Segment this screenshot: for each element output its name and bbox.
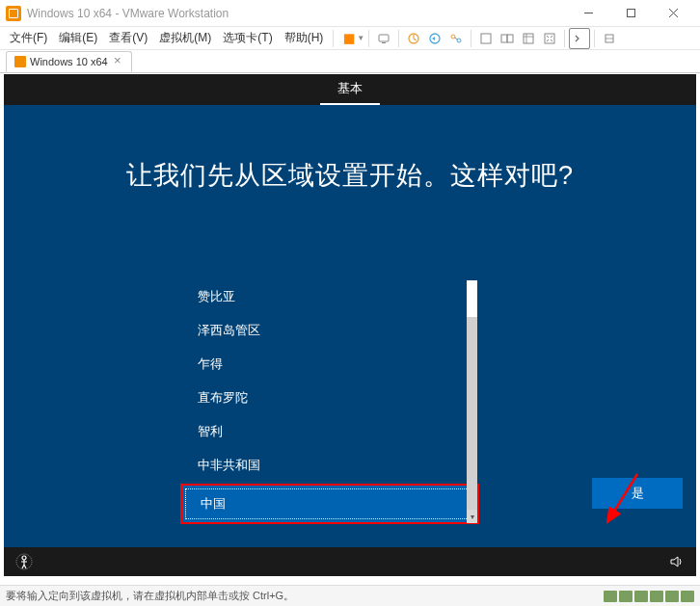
oobe-tab-basic[interactable]: 基本 <box>320 74 380 105</box>
menu-edit[interactable]: 编辑(E) <box>53 28 103 48</box>
svg-point-18 <box>22 556 26 560</box>
console-button[interactable] <box>569 28 590 49</box>
window-title: Windows 10 x64 - VMware Workstation <box>27 7 567 20</box>
ease-of-access-icon[interactable] <box>15 553 33 570</box>
svg-rect-4 <box>379 35 389 41</box>
region-selected[interactable]: 中国 <box>180 484 479 524</box>
manage-snapshots-button[interactable] <box>445 28 467 49</box>
svg-rect-12 <box>501 35 507 42</box>
device-icon[interactable] <box>619 591 633 602</box>
vm-viewport[interactable]: 基本 让我们先从区域设置开始。这样对吧? 赞比亚 泽西岛管区 乍得 直布罗陀 智… <box>4 74 696 576</box>
send-ctrl-alt-del-button[interactable] <box>373 28 394 49</box>
device-icon[interactable] <box>665 591 679 602</box>
statusbar: 要将输入定向到该虚拟机，请在虚拟机内部单击或按 Ctrl+G。 <box>0 585 700 606</box>
fullscreen-button[interactable] <box>539 28 560 49</box>
multi-monitor-button[interactable] <box>497 28 518 49</box>
svg-rect-1 <box>627 10 634 17</box>
svg-rect-5 <box>382 42 386 43</box>
oobe-header: 基本 <box>4 74 696 105</box>
menu-file[interactable]: 文件(F) <box>4 28 53 48</box>
svg-rect-11 <box>481 34 491 43</box>
stretch-button[interactable] <box>599 28 620 49</box>
status-device-icons <box>604 591 694 602</box>
region-item[interactable]: 直布罗陀 <box>180 381 479 414</box>
device-icon[interactable] <box>650 591 663 602</box>
titlebar: Windows 10 x64 - VMware Workstation <box>0 0 700 27</box>
tab-windows10[interactable]: Windows 10 x64 × <box>6 51 132 72</box>
oobe-body: 让我们先从区域设置开始。这样对吧? 赞比亚 泽西岛管区 乍得 直布罗陀 智利 中… <box>4 105 696 547</box>
maximize-button[interactable] <box>609 1 652 26</box>
svg-rect-14 <box>524 34 533 43</box>
region-item[interactable]: 赞比亚 <box>180 279 479 313</box>
device-icon[interactable] <box>604 591 617 602</box>
statusbar-text: 要将输入定向到该虚拟机，请在虚拟机内部单击或按 Ctrl+G。 <box>6 589 294 603</box>
power-dropdown-icon[interactable]: ▼ <box>357 34 364 42</box>
menu-view[interactable]: 查看(V) <box>103 28 153 48</box>
minimize-button[interactable] <box>567 1 609 26</box>
svg-rect-13 <box>507 35 513 42</box>
pause-button[interactable]: ▮▮ <box>337 28 359 49</box>
revert-button[interactable] <box>424 28 445 49</box>
menu-help[interactable]: 帮助(H) <box>279 28 330 48</box>
device-icon[interactable] <box>681 591 694 602</box>
svg-rect-15 <box>545 34 554 43</box>
menu-vm[interactable]: 虚拟机(M) <box>153 28 217 48</box>
scrollbar-thumb[interactable] <box>467 280 477 317</box>
device-icon[interactable] <box>634 591 648 602</box>
oobe-footer <box>4 547 696 576</box>
menubar: 文件(F) 编辑(E) 查看(V) 虚拟机(M) 选项卡(T) 帮助(H) ▮▮… <box>0 27 700 50</box>
region-item[interactable]: 中非共和国 <box>180 448 479 482</box>
vm-tab-icon <box>14 56 26 67</box>
region-item[interactable]: 泽西岛管区 <box>180 313 479 347</box>
thumbnail-view-button[interactable] <box>475 28 497 49</box>
volume-icon[interactable] <box>669 554 685 569</box>
region-item[interactable]: 智利 <box>180 414 479 448</box>
tabbar: Windows 10 x64 × <box>0 50 700 73</box>
scrollbar-down-button[interactable]: ▾ <box>467 510 477 523</box>
tab-label: Windows 10 x64 <box>30 56 108 67</box>
region-item[interactable]: 乍得 <box>180 347 479 381</box>
menu-tabs[interactable]: 选项卡(T) <box>217 28 278 48</box>
close-button[interactable] <box>652 1 694 26</box>
vmware-icon <box>6 6 21 21</box>
tab-close-button[interactable]: × <box>112 56 123 67</box>
region-scrollbar[interactable]: ▾ <box>467 280 477 523</box>
snapshot-button[interactable] <box>403 28 424 49</box>
window-controls <box>567 1 694 26</box>
svg-line-10 <box>455 38 458 40</box>
region-selected-label: 中国 <box>201 495 226 513</box>
yes-button[interactable]: 是 <box>592 478 683 509</box>
unity-button[interactable] <box>518 28 539 49</box>
oobe-title: 让我们先从区域设置开始。这样对吧? <box>4 105 696 212</box>
